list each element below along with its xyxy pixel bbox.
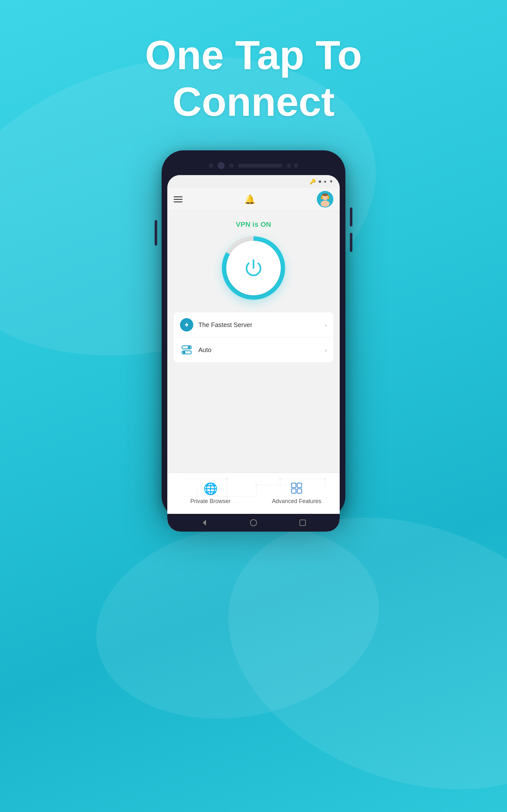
- tab-advanced-features-label: Advanced Features: [272, 498, 321, 505]
- volume-up-button: [350, 207, 352, 226]
- svg-rect-3: [321, 197, 323, 199]
- battery-icon: ●: [324, 179, 326, 184]
- tab-private-browser-label: Private Browser: [190, 498, 230, 505]
- globe-icon: 🌐: [204, 482, 218, 496]
- power-inner: [226, 241, 281, 295]
- status-bar: 🔑 ■ ● ▼: [167, 175, 340, 188]
- home-button[interactable]: [249, 518, 258, 527]
- volume-down-button: [350, 233, 352, 252]
- protocol-label: Auto: [199, 346, 320, 354]
- back-button[interactable]: [200, 518, 209, 527]
- phone-notch: [209, 162, 298, 169]
- power-icon: [242, 257, 265, 279]
- svg-point-8: [188, 346, 190, 349]
- fastest-server-icon: [180, 318, 193, 332]
- sensor-dots-3: [287, 163, 298, 168]
- sensor-dot-2: [229, 163, 233, 168]
- app-header: 🔔: [167, 188, 340, 211]
- fastest-server-row[interactable]: The Fastest Server ›: [174, 312, 333, 337]
- tab-private-browser[interactable]: 🌐 Private Browser: [167, 473, 253, 514]
- phone-top-bar: [167, 156, 340, 175]
- svg-marker-34: [203, 520, 206, 525]
- svg-rect-4: [328, 197, 329, 199]
- bolt-icon: [183, 321, 190, 328]
- fastest-server-label: The Fastest Server: [199, 321, 320, 328]
- back-icon: [201, 519, 208, 526]
- hamburger-line-3: [174, 201, 182, 202]
- svg-point-2: [321, 200, 330, 207]
- sensor-dots-2: [229, 163, 233, 168]
- recents-button[interactable]: [298, 518, 307, 527]
- phone-mockup: 🔑 ■ ● ▼ 🔔: [0, 150, 507, 518]
- svg-rect-33: [297, 489, 302, 493]
- phone-screen: 🔑 ■ ● ▼ 🔔: [167, 175, 340, 531]
- bell-icon[interactable]: 🔔: [244, 194, 256, 205]
- hamburger-line-2: [174, 199, 182, 200]
- avatar[interactable]: [317, 191, 333, 207]
- status-icons: 🔑 ■ ● ▼: [309, 179, 333, 185]
- hamburger-line-1: [174, 196, 182, 197]
- hamburger-menu[interactable]: [174, 196, 182, 202]
- svg-rect-30: [291, 483, 296, 488]
- protocol-icon: [180, 343, 193, 357]
- fastest-server-chevron: ›: [325, 321, 327, 328]
- bottom-tab-bar: 🌐 Private Browser Advanced Featu: [167, 473, 340, 514]
- svg-point-5: [322, 194, 328, 196]
- tab-advanced-features[interactable]: Advanced Features: [253, 473, 340, 514]
- power-ring: [222, 236, 285, 300]
- grid-icon-svg: [291, 482, 302, 494]
- wifi-icon: ▼: [329, 179, 333, 184]
- vpn-status: VPN is ON: [236, 220, 271, 229]
- avatar-svg: [317, 191, 333, 207]
- home-icon: [250, 519, 257, 526]
- svg-rect-32: [291, 489, 296, 493]
- app-content: VPN is ON: [167, 211, 340, 473]
- sensor-dot-3: [287, 163, 291, 168]
- protocol-icon-svg: [181, 344, 193, 356]
- sensor-dot-1: [209, 163, 213, 168]
- svg-rect-36: [300, 520, 305, 525]
- grid-icon: [291, 482, 302, 496]
- phone-power-button: [155, 220, 157, 246]
- speaker-bar: [238, 164, 282, 167]
- sensor-dot-4: [294, 163, 298, 168]
- signal-icon: ■: [319, 179, 321, 184]
- headline-line1: One Tap To: [0, 32, 507, 78]
- svg-point-35: [250, 519, 257, 526]
- svg-point-10: [183, 351, 185, 354]
- headline-line2: Connect: [0, 78, 507, 125]
- phone-nav-bar: [167, 514, 340, 531]
- headline: One Tap To Connect: [0, 0, 507, 150]
- protocol-chevron: ›: [325, 346, 327, 354]
- recents-icon: [299, 519, 306, 526]
- vpn-key-icon: 🔑: [309, 179, 316, 185]
- svg-marker-6: [185, 322, 188, 328]
- server-options: The Fastest Server ›: [174, 312, 333, 362]
- sensor-dots: [209, 163, 213, 168]
- power-button-container[interactable]: [222, 236, 285, 300]
- front-camera: [218, 162, 225, 169]
- svg-rect-31: [297, 483, 302, 488]
- phone-outer: 🔑 ■ ● ▼ 🔔: [162, 150, 345, 518]
- protocol-row[interactable]: Auto ›: [174, 337, 333, 362]
